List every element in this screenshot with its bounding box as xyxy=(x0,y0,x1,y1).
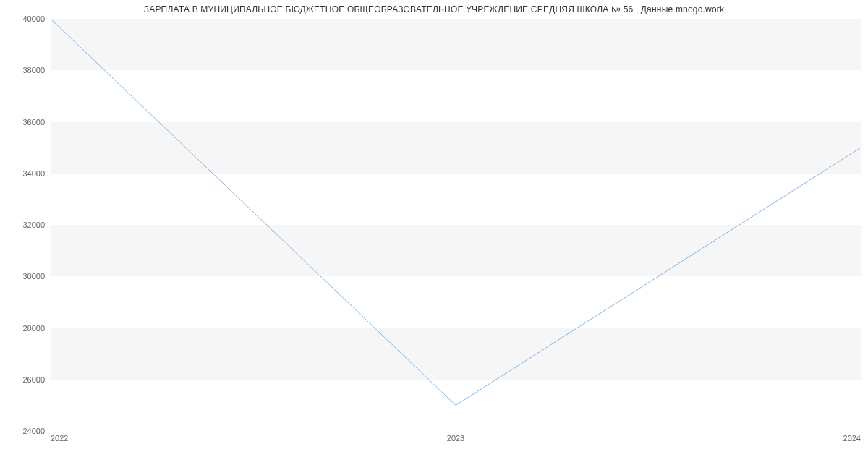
grid-vline xyxy=(861,19,861,431)
x-axis-tick: 2023 xyxy=(447,434,464,443)
grid-vline xyxy=(456,19,456,431)
x-axis-tick: 2024 xyxy=(843,434,861,443)
x-axis-tick: 2022 xyxy=(51,434,68,443)
y-axis-tick: 30000 xyxy=(0,272,45,281)
y-axis-tick: 34000 xyxy=(0,169,45,178)
y-axis-tick: 40000 xyxy=(0,14,45,23)
chart-container: ЗАРПЛАТА В МУНИЦИПАЛЬНОЕ БЮДЖЕТНОЕ ОБЩЕО… xyxy=(0,0,868,470)
y-axis-tick: 38000 xyxy=(0,66,45,74)
y-axis-tick: 32000 xyxy=(0,221,45,229)
grid-vline xyxy=(51,19,51,431)
chart-title: ЗАРПЛАТА В МУНИЦИПАЛЬНОЕ БЮДЖЕТНОЕ ОБЩЕО… xyxy=(0,4,868,14)
y-axis-tick: 26000 xyxy=(0,375,45,384)
y-axis-tick: 28000 xyxy=(0,324,45,333)
plot-area xyxy=(51,19,861,431)
y-axis-tick: 24000 xyxy=(0,427,45,435)
y-axis-tick: 36000 xyxy=(0,118,45,127)
